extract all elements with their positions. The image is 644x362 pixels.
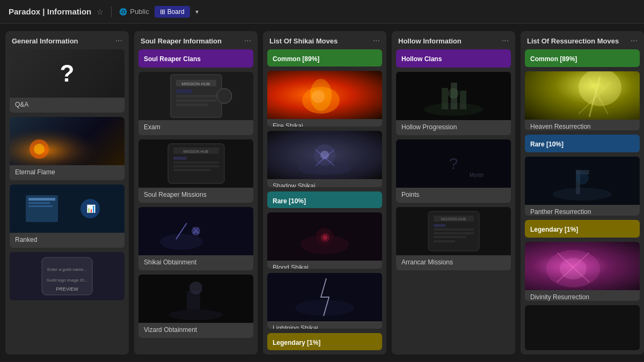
card-qa[interactable]: ? Q&A — [10, 49, 125, 113]
card-legendary-shikai-label: Legendary [1%] — [273, 339, 320, 346]
card-soul-reaper-clans[interactable]: Soul Reaper Clans — [138, 49, 253, 68]
card-fire-label: Fire Shikai — [267, 119, 382, 127]
card-qa-label: Q&A — [10, 98, 125, 113]
card-exam-image: MISSION HUB — [138, 72, 253, 120]
panther-svg — [525, 157, 640, 205]
shadow-svg — [267, 131, 382, 179]
svg-text:Guild logo image ID...: Guild logo image ID... — [47, 278, 88, 283]
card-preview-image: Enter a guild name... Guild logo image I… — [10, 252, 125, 300]
column-header-shikai: List Of Shikai Moves ··· — [263, 31, 386, 49]
column-menu-soul-reaper[interactable]: ··· — [244, 36, 251, 45]
visibility-label: Public — [130, 8, 149, 16]
column-menu-hollow[interactable]: ··· — [502, 36, 509, 45]
card-soul-missions-image: MISSION HUB — [138, 139, 253, 188]
card-shikai-image: ⚔ — [138, 207, 253, 255]
card-blood-shikai[interactable]: ◉ Blood Shikai — [267, 212, 382, 268]
card-rare-resurrection-label: Rare [10%] — [530, 141, 564, 148]
card-ranked-image: 📊 — [10, 184, 125, 233]
board: General Information ··· ? Q&A — [0, 24, 644, 362]
column-cards-hollow: Hollow Clans Hollow Progression — [392, 49, 515, 354]
star-icon[interactable]: ☆ — [97, 8, 104, 16]
card-soul-reaper-clans-label: Soul Reaper Clans — [144, 55, 201, 63]
card-ranked[interactable]: 📊 Ranked — [10, 184, 125, 248]
column-cards-general: ? Q&A — [5, 49, 129, 354]
column-header-hollow: Hollow Information ··· — [392, 31, 515, 49]
column-menu-shikai[interactable]: ··· — [373, 36, 380, 45]
card-points[interactable]: ? Myste Points — [396, 139, 511, 203]
points-svg: ? Myste — [396, 139, 511, 188]
hollow-prog-svg — [396, 72, 511, 120]
svg-point-23 — [217, 88, 232, 104]
card-heaven-resurrection[interactable]: Heaven Resurrection — [525, 71, 640, 130]
column-cards-resurrection: Common [89%] Heaven Resurrection Rare [1… — [521, 49, 644, 354]
column-cards-soul-reaper: Soul Reaper Clans MISSION HUB — [134, 49, 258, 354]
card-common-resurrection[interactable]: Common [89%] — [525, 49, 640, 67]
card-rare-shikai[interactable]: Rare [10%] — [267, 191, 382, 209]
blood-svg: ◉ — [267, 212, 382, 261]
svg-point-60 — [448, 88, 459, 99]
column-title-soul-reaper: Soul Reaper Information — [141, 37, 222, 45]
card-fire-shikai[interactable]: Fire Shikai — [267, 71, 382, 127]
divinity-svg — [525, 242, 640, 290]
svg-text:Myste: Myste — [470, 172, 484, 178]
svg-point-38 — [169, 309, 223, 320]
card-qa-image: ? — [10, 49, 125, 98]
card-hollow-progression[interactable]: Hollow Progression — [396, 72, 511, 135]
card-common-shikai-label: Common [89%] — [273, 55, 319, 63]
exam-svg: MISSION HUB — [138, 72, 253, 120]
card-divinity-resurrection[interactable]: Divinity Resurrection — [525, 242, 640, 301]
card-eternal-flame[interactable]: Eternal Flame — [10, 117, 125, 180]
svg-point-78 — [553, 188, 612, 201]
card-lightning-shikai[interactable]: Lightning Shikai — [267, 273, 382, 329]
card-legendary-shikai[interactable]: Legendary [1%] — [267, 333, 382, 350]
svg-text:MISSION HUB: MISSION HUB — [441, 217, 466, 221]
column-menu-resurrection[interactable]: ··· — [631, 36, 638, 45]
chevron-down-icon[interactable]: ▾ — [195, 8, 199, 16]
column-title-shikai: List Of Shikai Moves — [269, 37, 338, 45]
card-shadow-shikai[interactable]: Shadow Shikai — [267, 131, 382, 187]
arrancar-svg: MISSION HUB — [396, 207, 511, 255]
card-heaven-image — [525, 71, 640, 120]
extra-svg — [525, 305, 640, 350]
shikai-svg: ⚔ — [138, 207, 253, 255]
card-vizard-obtainment[interactable]: Vizard Obtainment — [138, 275, 253, 338]
card-rare-resurrection[interactable]: Rare [10%] — [525, 135, 640, 152]
svg-rect-31 — [173, 169, 211, 171]
column-soul-reaper: Soul Reaper Information ··· Soul Reaper … — [134, 31, 258, 354]
card-preview[interactable]: Enter a guild name... Guild logo image I… — [10, 252, 125, 300]
svg-text:MISSION HUB: MISSION HUB — [182, 82, 210, 86]
svg-text:Enter a guild name...: Enter a guild name... — [47, 267, 87, 272]
card-shikai-obtainment[interactable]: ⚔ Shikai Obtainment — [138, 207, 253, 270]
card-hollow-clans[interactable]: Hollow Clans — [396, 49, 511, 68]
card-vizard-label: Vizard Obtainment — [138, 323, 253, 338]
card-lightning-label: Lightning Shikai — [267, 321, 382, 329]
card-extra-resurrection[interactable] — [525, 305, 640, 350]
board-icon: ⊞ — [160, 8, 165, 16]
card-soul-missions-label: Soul Reaper Missions — [138, 188, 253, 203]
card-extra-image — [525, 305, 640, 350]
card-common-shikai[interactable]: Common [89%] — [267, 49, 382, 67]
card-soul-missions[interactable]: MISSION HUB Soul Reaper Missions — [138, 139, 253, 203]
heaven-svg — [525, 71, 640, 120]
card-panther-resurrection[interactable]: Panther Resurrection — [525, 157, 640, 216]
header: Paradox | Information ☆ 🌐 Public ⊞ Board… — [0, 0, 644, 24]
visibility-badge[interactable]: 🌐 Public — [119, 8, 149, 16]
header-divider — [111, 6, 112, 17]
column-header-general: General Information ··· — [5, 31, 129, 49]
svg-rect-69 — [434, 228, 474, 231]
column-menu-general[interactable]: ··· — [115, 36, 122, 45]
card-rare-shikai-label: Rare [10%] — [273, 197, 306, 205]
card-divinity-image — [525, 242, 640, 290]
svg-rect-30 — [173, 165, 219, 167]
svg-text:MISSION HUB: MISSION HUB — [184, 150, 209, 153]
card-panther-image — [525, 157, 640, 205]
card-points-label: Points — [396, 188, 511, 203]
board-view-button[interactable]: ⊞ Board — [155, 6, 190, 18]
card-shikai-label: Shikai Obtainment — [138, 255, 253, 270]
card-arrancar-missions[interactable]: MISSION HUB Arrancar Missions — [396, 207, 511, 270]
svg-rect-28 — [173, 157, 187, 160]
card-hollow-clans-label: Hollow Clans — [401, 55, 442, 63]
card-exam[interactable]: MISSION HUB Exam — [138, 72, 253, 135]
card-legendary-resurrection[interactable]: Legendary [1%] — [525, 220, 640, 238]
column-hollow: Hollow Information ··· Hollow Clans — [392, 31, 515, 354]
